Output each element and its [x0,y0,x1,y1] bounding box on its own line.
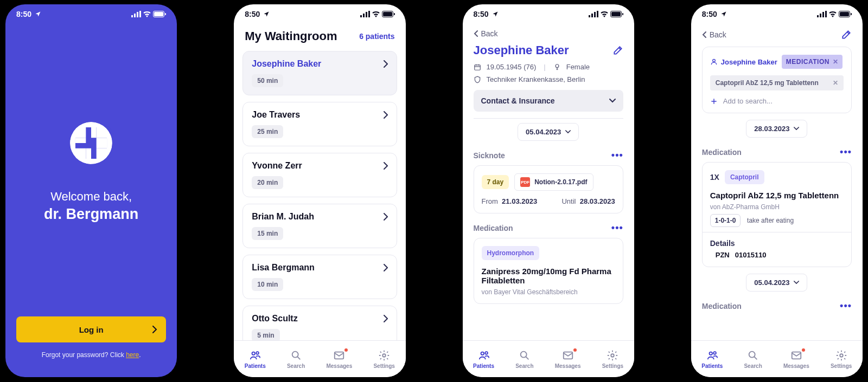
tab-settings[interactable]: Settings [373,349,394,369]
sicknote-more-button[interactable]: ••• [611,150,623,161]
svg-point-50 [713,352,716,354]
location-icon [263,11,270,17]
status-time: 8:50 [16,10,31,18]
svg-point-36 [481,352,484,355]
patient-card[interactable]: Lisa Bergmann10 min [242,255,397,299]
tab-patients[interactable]: Patients [245,349,266,369]
medication-heading: Medication [474,224,513,232]
date-selector[interactable]: 05.04.2023 [746,274,807,292]
battery-icon [382,11,395,17]
status-bar: 8:50 [234,4,405,24]
login-button[interactable]: Log in [16,316,166,342]
tab-bar: Patients Search Messages Settings [463,340,634,377]
tab-patients[interactable]: Patients [701,349,723,369]
chevron-down-icon [794,127,799,131]
tab-bar: Patients Search Messages Settings [234,340,405,377]
add-to-search-button[interactable]: Add to search... [710,97,844,105]
waitingroom-screen: 8:50 My Waitingroom 6 patients Josephine… [234,4,405,377]
wifi-icon [828,11,837,17]
date-selector[interactable]: 05.04.2023 [518,123,579,141]
svg-rect-18 [368,11,370,17]
wait-time-chip: 25 min [252,125,283,138]
patient-detail-screen: 8:50 Back Josephine Baker 19.05.1945 [463,4,634,377]
svg-rect-34 [474,64,480,69]
patient-card[interactable]: Joe Travers25 min [242,102,397,146]
pdf-icon: PDF [520,177,530,187]
back-button[interactable]: Back [474,29,498,38]
settings-icon [607,349,618,361]
drug-name: Captopril AbZ 12,5 mg Tablettenn [710,191,844,200]
page-title: My Waitingroom [245,29,337,43]
patient-card[interactable]: Brian M. Judah15 min [242,204,397,248]
patient-card[interactable]: Otto Scultz5 min [242,306,397,340]
back-button[interactable]: Back [702,30,726,39]
svg-point-48 [712,59,715,62]
dose-schedule: 1-0-1-0 [710,214,741,227]
signal-icon [817,11,827,17]
wait-time-chip: 50 min [252,74,283,87]
sicknote-file[interactable]: PDF Notion-2.0.17.pdf [514,173,593,191]
svg-point-40 [611,354,615,357]
messages-icon [562,349,574,361]
contact-insurance-toggle[interactable]: Contact & Insurance [474,90,623,112]
medication-heading: Medication [702,302,742,310]
drug-chip[interactable]: Captopril AbZ 12,5 mg Tablettenn ✕ [710,75,844,90]
status-bar: 8:50 [691,4,863,24]
remove-chip-icon[interactable]: ✕ [833,79,838,87]
sicknote-duration-badge: 7 day [482,175,509,189]
drug-tag: Captopril [725,170,764,184]
tab-search[interactable]: Search [744,349,762,369]
tab-patients[interactable]: Patients [473,349,494,369]
svg-rect-44 [825,11,827,17]
tab-messages[interactable]: Messages [326,349,352,369]
patient-card-name: Brian M. Judah [252,212,314,222]
welcome-name: dr. Bergmann [44,206,138,223]
date-selector[interactable]: 28.03.2023 [746,120,807,138]
patient-card-name: Lisa Bergmann [252,263,315,273]
search-icon [519,349,531,361]
status-bar: 8:50 [5,4,177,24]
notification-dot [573,348,577,352]
medication-more-button[interactable]: ••• [840,300,852,312]
edit-icon[interactable] [612,45,623,56]
svg-rect-1 [134,14,136,17]
pzn-row: PZN01015110 [710,251,844,259]
person-filter[interactable]: Josephine Baker [710,58,777,66]
patient-dob-row: 19.05.1945 (76) | Female [474,63,623,71]
patients-icon [249,349,261,361]
medication-more-button[interactable]: ••• [611,222,623,234]
tab-messages[interactable]: Messages [783,349,809,369]
medication-heading: Medication [702,148,742,157]
medication-detail-screen: 8:50 Back Josephine Baker [691,4,863,377]
plus-icon [710,98,718,105]
patient-count: 6 patients [359,32,394,41]
svg-rect-33 [622,13,623,15]
svg-point-35 [556,64,559,67]
patient-card-name: Otto Scultz [252,314,297,323]
tab-messages[interactable]: Messages [555,349,581,369]
remove-chip-icon[interactable]: ✕ [833,58,839,66]
svg-point-38 [520,351,526,357]
svg-rect-6 [165,13,166,15]
search-icon [747,349,759,361]
patient-card[interactable]: Yvonne Zerr20 min [242,153,397,197]
patient-card[interactable]: Josephine Baker50 min [242,51,397,95]
sicknote-heading: Sicknote [474,151,505,160]
chevron-right-icon [384,264,388,271]
drug-name: Zanipress 20mg/10mg Fd Pharma Filtablett… [482,267,615,285]
tab-search[interactable]: Search [287,349,305,369]
chevron-down-icon [565,130,571,134]
wifi-icon [372,11,380,17]
patient-card-name: Joe Travers [252,110,300,120]
notification-dot [802,348,805,352]
medication-more-button[interactable]: ••• [840,146,852,158]
tab-search[interactable]: Search [515,349,533,369]
category-chip[interactable]: MEDICATION ✕ [782,55,843,69]
forgot-password-link[interactable]: here [126,351,139,359]
edit-icon[interactable] [841,29,852,40]
signal-icon [589,11,598,17]
medication-card[interactable]: Hydromorphon Zanipress 20mg/10mg Fd Phar… [474,238,623,304]
tab-settings[interactable]: Settings [602,349,623,369]
chevron-left-icon [474,30,478,37]
tab-settings[interactable]: Settings [831,349,852,369]
